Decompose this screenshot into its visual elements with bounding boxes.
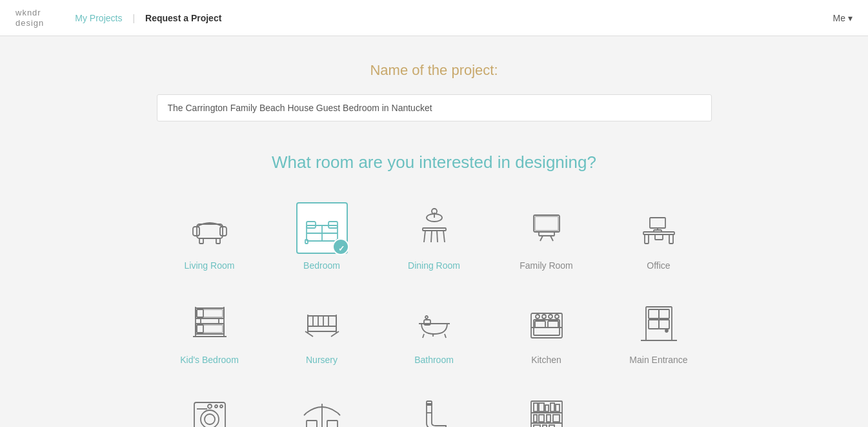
svg-point-64 (555, 315, 559, 318)
svg-line-57 (445, 334, 446, 338)
room-icon-laundry-room (184, 391, 236, 427)
rooms-grid: Living Room Bedroom Dining Room Family R… (157, 196, 712, 427)
room-item-nursery[interactable]: Nursery (269, 290, 375, 371)
svg-rect-85 (307, 421, 317, 427)
room-item-kids-bedroom[interactable]: Kid's Bedroom (157, 290, 263, 371)
svg-rect-2 (220, 227, 227, 236)
svg-rect-4 (216, 238, 220, 244)
room-icon-family-room (521, 202, 572, 254)
svg-point-73 (665, 329, 668, 332)
room-label-bedroom: Bedroom (303, 260, 340, 271)
svg-rect-96 (534, 403, 538, 411)
room-icon-patio (296, 391, 348, 427)
room-icon-main-entrance (633, 297, 685, 348)
svg-rect-101 (534, 415, 537, 422)
room-icon-kids-bedroom (184, 297, 236, 348)
svg-rect-100 (556, 404, 560, 411)
svg-rect-0 (197, 224, 223, 238)
svg-rect-1 (193, 227, 199, 236)
svg-rect-99 (550, 403, 554, 411)
room-item-office[interactable]: Office (606, 196, 712, 277)
svg-point-55 (425, 316, 428, 318)
svg-rect-15 (423, 228, 446, 231)
room-icon-bathroom (409, 297, 460, 348)
room-item-bathroom[interactable]: Bathroom (381, 290, 487, 371)
room-item-kitchen[interactable]: Kitchen (494, 290, 600, 371)
room-label-dining-room: Dining Room (408, 260, 460, 271)
svg-point-62 (542, 315, 546, 318)
svg-rect-72 (659, 320, 669, 329)
svg-line-19 (437, 231, 438, 242)
room-item-main-entrance[interactable]: Main Entrance (606, 290, 712, 371)
svg-rect-102 (539, 415, 544, 422)
svg-rect-25 (650, 218, 665, 228)
project-name-label: Name of the project: (157, 62, 712, 79)
room-label-nursery: Nursery (306, 355, 338, 365)
svg-rect-37 (197, 309, 223, 317)
room-label-kitchen: Kitchen (531, 355, 561, 365)
svg-rect-104 (553, 415, 560, 422)
room-icon-living-room (184, 202, 236, 254)
project-name-input[interactable] (157, 94, 712, 121)
svg-rect-97 (539, 403, 544, 411)
svg-line-51 (305, 331, 313, 337)
room-label-living-room: Living Room (185, 260, 235, 271)
room-item-other[interactable]: Other (494, 384, 600, 427)
svg-line-18 (431, 231, 432, 242)
svg-rect-3 (199, 238, 203, 244)
room-icon-office (633, 202, 685, 254)
room-item-patio[interactable]: Patio (269, 384, 375, 427)
svg-rect-88 (327, 421, 338, 427)
nav-request-project[interactable]: Request a Project (135, 13, 232, 23)
main-content: Name of the project: What room are you i… (144, 36, 725, 427)
room-icon-dining-room (409, 202, 460, 254)
room-label-kids-bedroom: Kid's Bedroom (180, 355, 239, 365)
svg-line-84 (338, 413, 340, 415)
svg-point-80 (215, 405, 217, 408)
room-label-office: Office (647, 260, 670, 271)
svg-rect-39 (197, 309, 203, 317)
svg-rect-7 (328, 222, 338, 228)
svg-line-16 (424, 231, 425, 242)
nav-me-menu[interactable]: Me ▾ (833, 13, 853, 23)
svg-rect-65 (535, 321, 545, 328)
svg-rect-38 (197, 325, 223, 333)
svg-point-61 (536, 315, 540, 318)
svg-rect-66 (548, 321, 558, 328)
room-item-living-room[interactable]: Living Room (157, 196, 263, 277)
svg-rect-70 (659, 309, 669, 318)
room-icon-kitchen (521, 297, 572, 348)
nav-my-projects[interactable]: My Projects (65, 13, 132, 23)
svg-line-83 (304, 413, 307, 415)
room-label-family-room: Family Room (520, 260, 572, 271)
room-question-heading: What room are you interested in designin… (157, 152, 712, 172)
svg-rect-20 (534, 215, 560, 232)
room-item-bedroom[interactable]: Bedroom (269, 196, 375, 277)
svg-rect-21 (539, 232, 554, 236)
svg-rect-40 (197, 325, 203, 333)
svg-line-23 (550, 236, 553, 241)
svg-line-52 (331, 331, 339, 337)
chevron-down-icon: ▾ (848, 13, 853, 23)
room-item-laundry-room[interactable]: Laundry Room (157, 384, 263, 427)
logo: wkndr design (15, 8, 44, 28)
room-item-family-room[interactable]: Family Room (494, 196, 600, 277)
room-item-dining-room[interactable]: Dining Room (381, 196, 487, 277)
svg-rect-29 (645, 234, 649, 244)
svg-rect-92 (427, 401, 432, 405)
room-icon-bedroom (296, 202, 348, 254)
svg-rect-6 (307, 222, 316, 228)
svg-rect-10 (305, 240, 308, 244)
svg-rect-31 (655, 234, 663, 240)
svg-rect-98 (545, 405, 549, 411)
svg-rect-11 (336, 240, 339, 244)
svg-point-79 (208, 404, 212, 408)
svg-point-77 (205, 414, 215, 424)
svg-point-63 (549, 315, 552, 318)
svg-rect-24 (535, 216, 558, 231)
room-item-mudroom[interactable]: Mudroom (381, 384, 487, 427)
nav-bar: wkndr design My Projects | Request a Pro… (0, 0, 868, 36)
room-icon-mudroom (409, 391, 460, 427)
room-icon-nursery (296, 297, 348, 348)
nav-links: My Projects | Request a Project (65, 13, 232, 23)
